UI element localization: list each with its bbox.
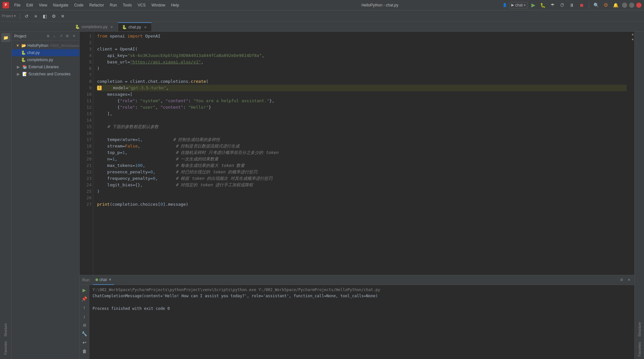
run-down-button[interactable]: ↓ bbox=[81, 312, 88, 320]
sidebar-project-button[interactable]: 📁 bbox=[1, 33, 10, 42]
separator bbox=[589, 2, 589, 8]
code-line-4: api_key="sk-6o3KJuuocEXpblUg39D0A4913a84… bbox=[97, 52, 627, 59]
sync-button[interactable]: ↺ bbox=[23, 12, 30, 20]
menu-code[interactable]: Code bbox=[72, 2, 86, 9]
right-tab-structure[interactable]: Structure bbox=[638, 322, 641, 337]
collapse-all-button[interactable]: ≡ bbox=[32, 12, 39, 20]
col-indicator: ▲ bbox=[631, 37, 634, 41]
code-line-19: top_p=1, # 在随机采样时 只考虑计概率前百分之多少的 token bbox=[97, 149, 627, 156]
minimize-button[interactable] bbox=[622, 3, 627, 8]
menu-file[interactable]: File bbox=[12, 2, 23, 9]
menu-vcs[interactable]: VCS bbox=[135, 2, 148, 9]
pause-button[interactable]: ⏸ bbox=[568, 1, 576, 9]
run-wrap-button[interactable]: ↩ bbox=[81, 339, 88, 346]
run-tab-close-icon[interactable]: ✕ bbox=[109, 278, 111, 281]
line-indicator: ▲ bbox=[631, 32, 634, 36]
run-tab-label: chat bbox=[99, 277, 107, 282]
menu-window[interactable]: Window bbox=[149, 2, 168, 9]
scratches-folder-icon: 📝 bbox=[22, 71, 27, 77]
tree-external-libs-label: External Libraries bbox=[28, 65, 59, 69]
code-line-1: from openai import OpenAI bbox=[97, 33, 627, 39]
profile-button[interactable]: ⏱ bbox=[558, 1, 566, 9]
code-line-14 bbox=[97, 117, 627, 124]
panel-tool-scroll[interactable]: ↕ bbox=[51, 33, 57, 39]
settings-button[interactable]: ⚙ bbox=[602, 1, 610, 9]
project-folder-icon: 📂 bbox=[21, 43, 26, 48]
tree-root[interactable]: ▼ 📂 HelloPython Y\002_WorkSpace bbox=[12, 42, 79, 49]
code-line-2 bbox=[97, 39, 627, 46]
titlebar: P File Edit View Navigate Code Refactor … bbox=[0, 0, 644, 10]
tab-completions-close[interactable]: ✕ bbox=[109, 25, 114, 29]
code-editor: 12345 678910 1112131415 1617181920 21222… bbox=[80, 32, 634, 275]
hide-panel-button[interactable]: ◧ bbox=[41, 12, 49, 20]
code-line-3: client = OpenAI( bbox=[97, 46, 627, 52]
panel-close-button[interactable]: ✕ bbox=[59, 12, 67, 20]
header-right: 👤 ▶ chat ▾ ▶ 🐛 ☂ ⏱ ⏸ ⏹ 🔍 ⚙ 🔔 bbox=[503, 1, 619, 9]
panel-tool-settings[interactable]: ⚙ bbox=[64, 33, 70, 39]
sidebar-favorites-button[interactable]: Favorites bbox=[3, 339, 9, 356]
menu-navigate[interactable]: Navigate bbox=[50, 2, 71, 9]
file-tree: ▼ 📂 HelloPython Y\002_WorkSpace 🐍 chat.p… bbox=[12, 41, 79, 359]
py-file-icon: 🐍 bbox=[75, 25, 80, 29]
run-settings-button[interactable]: ⚙ bbox=[619, 277, 625, 283]
code-area[interactable]: 12345 678910 1112131415 1617181920 21222… bbox=[80, 32, 634, 275]
py-file-icon-2: 🐍 bbox=[122, 25, 127, 29]
tree-file-completions[interactable]: 🐍 completions.py bbox=[12, 56, 79, 63]
code-line-15: # 下面的参数都是默认参数 bbox=[97, 124, 627, 130]
tree-root-label: HelloPython bbox=[28, 43, 49, 48]
code-line-26 bbox=[97, 195, 627, 201]
run-output-line1: ChatCompletionMessage(content='Hello! Ho… bbox=[93, 293, 631, 299]
code-line-11: {"role": "system", "content": "You are a… bbox=[97, 98, 627, 104]
run-up-button[interactable]: ↑ bbox=[81, 304, 88, 311]
warning-icon: ! bbox=[97, 86, 102, 90]
menu-run[interactable]: Run bbox=[107, 2, 119, 9]
menu-refactor[interactable]: Refactor bbox=[87, 2, 106, 9]
maximize-button[interactable] bbox=[629, 3, 634, 8]
run-play-button[interactable]: ▶ bbox=[81, 286, 88, 294]
run-filter-button[interactable]: 🔧 bbox=[81, 330, 88, 338]
panel-tool-expand[interactable]: ↗ bbox=[58, 33, 64, 39]
tab-completions[interactable]: 🐍 completions.py ✕ bbox=[71, 22, 118, 31]
run-button[interactable]: ▶ bbox=[530, 2, 537, 9]
sidebar-structure-button[interactable]: Structure bbox=[3, 321, 9, 339]
search-everywhere-button[interactable]: 🔍 bbox=[592, 1, 600, 9]
menu-tools[interactable]: Tools bbox=[120, 2, 134, 9]
panel-tool-locate[interactable]: ⊕ bbox=[45, 33, 51, 39]
run-exit-code: Process finished with exit code 0 bbox=[93, 306, 631, 312]
code-line-12: {"role": "user", "content": "Hello!"} bbox=[97, 104, 627, 111]
tree-root-path: Y\002_WorkSpace bbox=[50, 44, 79, 48]
editor-scrollbar[interactable]: ▲ ▲ bbox=[630, 32, 634, 275]
editor-wrapper: 12345 678910 1112131415 1617181920 21222… bbox=[80, 32, 634, 359]
py-icon-chat: 🐍 bbox=[21, 50, 26, 55]
menu-view[interactable]: View bbox=[36, 2, 50, 9]
tree-scratches[interactable]: ▶ 📝 Scratches and Consoles bbox=[12, 71, 79, 78]
run-sidebar: ▶ 📌 ↑ ↓ ⏹ 🔧 ↩ 🗑 bbox=[80, 285, 89, 359]
project-panel: Project ⊕ ↕ ↗ ⚙ ✕ ▼ 📂 HelloPython Y\002_… bbox=[12, 32, 80, 359]
stop-button[interactable]: ⏹ bbox=[578, 1, 585, 9]
notifications-button[interactable]: 🔔 bbox=[612, 1, 619, 9]
run-stop-button[interactable]: ⏹ bbox=[81, 321, 88, 329]
tree-file-chat-label: chat.py bbox=[27, 50, 40, 55]
run-close-button[interactable]: ✕ bbox=[626, 277, 632, 283]
menu-help[interactable]: Help bbox=[169, 2, 182, 9]
panel-tool-close[interactable]: ✕ bbox=[71, 33, 77, 39]
menu-edit[interactable]: Edit bbox=[24, 2, 36, 9]
run-config-dropdown[interactable]: ▶ chat ▾ bbox=[509, 2, 528, 8]
run-pin-button[interactable]: 📌 bbox=[81, 295, 88, 303]
run-tab-chat[interactable]: chat ✕ bbox=[93, 275, 114, 285]
debug-button[interactable]: 🐛 bbox=[539, 1, 547, 9]
run-panel: Run: chat ✕ ⚙ ✕ ▶ 📌 ↑ bbox=[80, 275, 634, 359]
coverage-button[interactable]: ☂ bbox=[549, 1, 556, 9]
tab-chat-close[interactable]: ✕ bbox=[143, 25, 148, 29]
tree-file-chat[interactable]: 🐍 chat.py bbox=[12, 49, 79, 56]
code-content[interactable]: from openai import OpenAI client = OpenA… bbox=[93, 32, 630, 275]
tab-chat[interactable]: 🐍 chat.py ✕ bbox=[118, 22, 152, 31]
tree-external-libs[interactable]: ▶ 📚 External Libraries bbox=[12, 63, 79, 71]
panel-settings-button[interactable]: ⚙ bbox=[50, 12, 58, 20]
close-button[interactable] bbox=[636, 3, 641, 8]
tab-completions-label: completions.py bbox=[82, 25, 107, 29]
right-tab-favorites[interactable]: Favorites bbox=[638, 342, 641, 356]
user-icon: 👤 bbox=[503, 3, 507, 7]
run-clear-button[interactable]: 🗑 bbox=[81, 347, 88, 355]
libs-icon: ▶ bbox=[16, 64, 21, 70]
